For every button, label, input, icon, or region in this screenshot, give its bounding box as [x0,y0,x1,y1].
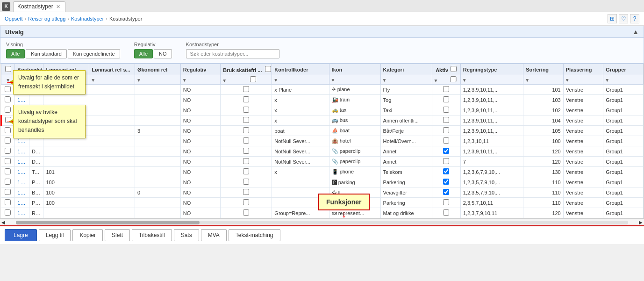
row-skatt-checkbox[interactable] [243,189,249,195]
row-checkbox-cell[interactable] [1,95,15,105]
row-skatt-checkbox[interactable] [243,127,249,133]
row-aktiv[interactable] [432,136,460,146]
row-aktiv-checkbox[interactable] [443,137,449,144]
row-skatt-checkbox[interactable] [243,86,249,92]
row-aktiv-checkbox[interactable] [443,199,449,205]
table-row[interactable]: 10043 P-avgift innland 100 NO 🅿 parking … [1,177,644,187]
kopier-button[interactable]: Kopier [72,229,103,241]
row-aktiv-checkbox[interactable] [443,209,449,216]
row-skatt-checkbox[interactable] [243,179,249,185]
lagre-button[interactable]: Lagre [5,229,37,241]
scroll-right-btn[interactable]: ▶ [637,220,644,225]
row-checkbox-cell[interactable] [1,146,15,157]
row-aktiv-checkbox[interactable] [443,189,449,195]
row-checkbox[interactable] [5,199,11,205]
skatt-filter-checkbox[interactable] [229,76,272,82]
row-aktiv-checkbox[interactable] [443,179,449,185]
breadcrumb-item-3[interactable]: Kostnadstyper [71,16,104,22]
row-skatt[interactable] [221,126,272,136]
breadcrumb-item-2[interactable]: Reiser og utlegg [28,16,65,22]
row-skatt[interactable] [221,115,272,126]
row-aktiv[interactable] [432,167,460,177]
row-checkbox[interactable] [5,137,11,144]
visning-kun-egendefinerte-button[interactable]: Kun egendefinerte [68,49,120,58]
row-checkbox-cell[interactable] [1,167,15,177]
tab-close-button[interactable]: ✕ [56,4,60,10]
row-aktiv[interactable] [432,157,460,167]
table-row[interactable]: 10010 Fly innland 2015 100 NO x Plane ✈ … [1,85,644,95]
row-checkbox[interactable] [5,148,11,154]
row-aktiv[interactable] [432,146,460,157]
row-aktiv-checkbox[interactable] [443,117,449,123]
row-skatt[interactable] [221,157,272,167]
regulativ-alle-button[interactable]: Alle [134,49,153,58]
table-row[interactable]: 10041 Telefon 101 NO x 📱 phone Telekom 1… [1,167,644,177]
help-icon[interactable]: ? [630,14,639,23]
filter-icon-sort[interactable]: ▼ [525,78,530,83]
filter-icon-kontroll[interactable]: ▼ [273,78,278,83]
scroll-left-btn[interactable]: ◀ [0,220,7,225]
row-aktiv[interactable] [432,115,460,126]
row-skatt-checkbox[interactable] [243,209,249,216]
filter-icon-kat[interactable]: ▼ [382,78,387,83]
row-skatt[interactable] [221,136,272,146]
row-skatt[interactable] [221,208,272,218]
utvalg-collapse-icon[interactable]: ▲ [632,28,639,36]
row-skatt[interactable] [221,105,272,115]
row-checkbox-cell[interactable] [1,157,15,167]
row-aktiv[interactable] [432,208,460,218]
row-skatt[interactable] [221,187,272,198]
row-skatt[interactable] [221,85,272,95]
row-aktiv-checkbox[interactable] [443,127,449,133]
filter-icon-aktiv[interactable]: ▼ [434,78,438,83]
scroll-thumb[interactable] [16,221,200,224]
row-skatt[interactable] [221,167,272,177]
visning-alle-button[interactable]: Alle [6,49,25,58]
row-aktiv[interactable] [432,177,460,187]
row-checkbox[interactable] [5,179,11,185]
row-skatt-checkbox[interactable] [243,107,249,113]
main-tab[interactable]: Kostnadstyper ✕ [13,1,65,12]
table-row[interactable]: 10011 NO x 🚂 train Tog 1,2,3,9,10,11,...… [1,95,644,105]
breadcrumb-item-1[interactable]: Oppsett [5,16,23,22]
row-skatt[interactable] [221,146,272,157]
row-aktiv-checkbox[interactable] [443,107,449,113]
row-aktiv[interactable] [432,187,460,198]
filter-icon-plass[interactable]: ▼ [565,78,570,83]
kostnadstyper-search-input[interactable] [186,49,279,58]
slett-button[interactable]: Slett [105,229,130,241]
row-checkbox[interactable] [5,209,11,216]
row-aktiv-checkbox[interactable] [443,158,449,164]
row-skatt[interactable] [221,177,272,187]
filter-icon-gruppe[interactable]: ▼ [605,78,609,83]
select-all-checkbox[interactable] [5,66,11,72]
table-row[interactable]: 10013 NO x 🚌 bus Annen offentli... 1,2,3… [1,115,644,126]
row-checkbox-cell[interactable] [1,177,15,187]
filter-icon-ikon[interactable]: ▼ [331,78,336,83]
aktiv-header-checkbox[interactable] [451,66,457,72]
row-skatt[interactable] [221,95,272,105]
row-aktiv[interactable] [432,85,460,95]
skatt-header-checkbox[interactable] [265,66,271,72]
row-checkbox[interactable] [5,96,11,102]
row-aktiv-checkbox[interactable] [443,168,449,174]
row-checkbox-cell[interactable] [1,208,15,218]
row-aktiv[interactable] [432,105,460,115]
filter-icon-reg[interactable]: ▼ [182,78,187,83]
row-skatt-checkbox[interactable] [243,117,249,123]
row-skatt-checkbox[interactable] [243,137,249,144]
aktiv-filter-checkbox[interactable] [441,76,461,82]
table-row[interactable]: 10039 Diverse reiseutlegg NO NotNull Sev… [1,146,644,157]
row-checkbox[interactable] [5,107,11,113]
row-aktiv-checkbox[interactable] [443,96,449,102]
table-row[interactable]: 10030 NO NotNull Sever... 🏨 hotel Hotell… [1,136,644,146]
row-skatt-checkbox[interactable] [243,96,249,102]
row-checkbox[interactable] [5,158,11,164]
regulativ-no-button[interactable]: NO [154,49,172,58]
row-skatt-checkbox[interactable] [243,199,249,205]
row-aktiv-checkbox[interactable] [443,148,449,154]
horizontal-scrollbar[interactable]: ◀ ▶ [0,219,644,225]
row-checkbox[interactable] [5,189,11,195]
sats-button[interactable]: Sats [174,229,199,241]
row-skatt-checkbox[interactable] [243,168,249,174]
